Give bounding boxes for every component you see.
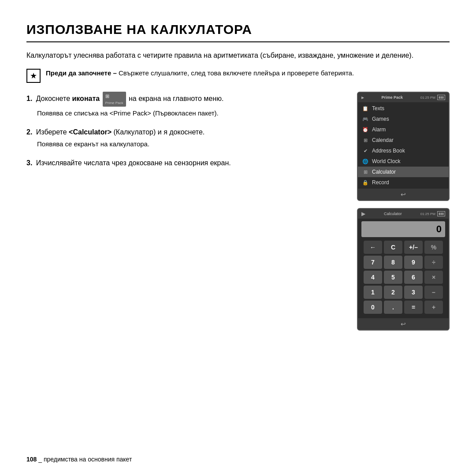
calendar-icon: ⊞ [362,138,368,143]
calc-buttons: ← C +/– % 7 8 9 ÷ 4 5 [358,240,449,318]
btn-clear[interactable]: C [384,241,402,254]
record-label: Record [372,179,389,186]
btn-1[interactable]: 1 [364,286,382,299]
address-book-label: Address Book [372,148,405,154]
btn-5[interactable]: 5 [384,271,402,284]
footer: 108 _ предимства на основния пакет [26,456,132,463]
btn-equals[interactable]: = [404,301,423,314]
screen1-time: 01:25 PM [420,96,435,100]
step-2-sub: Появява се екранът на калкулатора. [37,139,344,149]
step-1-bold: иконата [72,95,100,102]
device-screen-2: ▶ Calculator 01:25 PM ▮▮▮ 0 ← C [357,208,450,331]
back-button-2[interactable]: ↩ [401,320,406,327]
btn-divide[interactable]: ÷ [424,256,443,269]
calculator-label: Calculator [372,169,396,175]
btn-9[interactable]: 9 [404,256,423,269]
texts-label: Texts [372,105,384,112]
calc-display: 0 [361,221,445,237]
btn-8[interactable]: 8 [384,256,402,269]
step-1: 1. Докоснете иконата ⊞ Prime Pack на екр… [26,92,344,119]
back-button-1[interactable]: ↩ [401,191,406,198]
device-screen-1: ▶ Prime Pack 01:25 PM ▮▮▮ 📋 Texts 🎮 Game… [357,92,450,201]
calc-row-4: 1 2 3 – [361,286,446,299]
list-item-calculator[interactable]: ⊞ Calculator [358,167,449,177]
step-2: 2. Изберете <Calculator> (Калкулатор) и … [26,126,344,149]
world-clock-label: World Clock [372,158,400,164]
intro-paragraph: Калкулаторът улеснява работата с четирит… [26,50,450,61]
btn-7[interactable]: 7 [364,256,382,269]
btn-0[interactable]: 0 [364,301,382,314]
device-header-1: ▶ Prime Pack 01:25 PM ▮▮▮ [358,93,449,102]
btn-3[interactable]: 3 [404,286,423,299]
step-2-bold: <Calculator> [69,128,112,136]
step-1-line: 1. Докоснете иконата ⊞ Prime Pack на екр… [26,92,344,107]
calc-row-3: 4 5 6 × [361,271,446,284]
texts-icon: 📋 [362,106,368,112]
games-label: Games [372,116,389,122]
note-bold: Преди да започнете – [46,69,117,77]
step-3: 3. Изчислявайте числата чрез докосване н… [26,157,344,169]
btn-minus[interactable]: – [424,286,443,299]
btn-plusminus[interactable]: +/– [404,241,423,254]
list-item-address-book[interactable]: ✔ Address Book [358,145,449,156]
battery-icon-1: ▮▮▮ [437,95,445,100]
device-footer-1: ↩ [358,189,449,200]
calc-title: Calculator [384,212,402,216]
alarm-label: Alarm [372,126,386,133]
step-1-sub: Появява се списъка на <Prime Pack> (Първ… [37,108,344,119]
calc-battery: ▮▮▮ [437,211,445,216]
step-1-number: 1. [26,95,32,102]
step-2-number: 2. [26,128,32,136]
btn-plus[interactable]: + [424,301,443,314]
btn-4[interactable]: 4 [364,271,382,284]
note-rest: Свържете слушалките, след това включете … [117,69,354,77]
footer-page-num: 108 [26,456,37,463]
btn-backspace[interactable]: ← [364,241,382,254]
footer-page-text: _ предимства на основния пакет [38,456,132,463]
address-book-icon: ✔ [362,148,368,154]
calc-row-5: 0 . = + [361,301,446,314]
record-icon: 🔒 [362,180,368,186]
calc-row-1: ← C +/– % [361,241,446,254]
header-right-1: 01:25 PM ▮▮▮ [420,95,445,100]
screen1-title: Prime Pack [382,95,403,100]
page-title: ИЗПОЛЗВАНЕ НА КАЛКУЛАТОРА [26,22,450,42]
list-item-alarm[interactable]: ⏰ Alarm [358,124,449,135]
btn-percent[interactable]: % [424,241,443,254]
calculator-icon: ⊞ [362,169,368,175]
step-3-number: 3. [26,159,32,167]
btn-2[interactable]: 2 [384,286,402,299]
note-box: ★ Преди да започнете – Свържете слушалки… [26,68,450,83]
calc-header-right: 01:25 PM ▮▮▮ [420,211,445,216]
list-item-world-clock[interactable]: 🌐 World Clock [358,156,449,167]
step-2-line: 2. Изберете <Calculator> (Калкулатор) и … [26,126,344,138]
list-item-record[interactable]: 🔒 Record [358,177,449,188]
device-list-1: 📋 Texts 🎮 Games ⏰ Alarm ⊞ Calendar [358,102,449,189]
note-text: Преди да започнете – Свържете слушалките… [46,68,354,78]
step-3-line: 3. Изчислявайте числата чрез докосване н… [26,157,344,169]
btn-multiply[interactable]: × [424,271,443,284]
prime-pack-inline-icon: ⊞ Prime Pack [103,92,126,107]
list-item-texts[interactable]: 📋 Texts [358,103,449,114]
btn-6[interactable]: 6 [404,271,423,284]
calendar-label: Calendar [372,137,394,143]
btn-dot[interactable]: . [384,301,402,314]
calc-header-icon: ▶ [361,211,365,217]
steps-left: 1. Докоснете иконата ⊞ Prime Pack на екр… [26,92,344,331]
alarm-icon: ⏰ [362,127,368,133]
calc-row-2: 7 8 9 ÷ [361,256,446,269]
calc-time: 01:25 PM [420,212,435,216]
calc-header: ▶ Calculator 01:25 PM ▮▮▮ [358,209,449,219]
games-icon: 🎮 [362,116,368,122]
steps-area: 1. Докоснете иконата ⊞ Prime Pack на екр… [26,92,450,331]
list-item-calendar[interactable]: ⊞ Calendar [358,135,449,145]
page: ИЗПОЛЗВАНЕ НА КАЛКУЛАТОРА Калкулаторът у… [0,0,476,476]
star-icon: ★ [26,69,41,83]
list-item-games[interactable]: 🎮 Games [358,114,449,124]
play-icon: ▶ [361,96,364,100]
calc-footer: ↩ [358,318,449,330]
calc-display-value: 0 [436,223,442,235]
world-clock-icon: 🌐 [362,159,368,164]
calc-header-left: ▶ [361,211,365,217]
screenshots-area: ▶ Prime Pack 01:25 PM ▮▮▮ 📋 Texts 🎮 Game… [357,92,450,331]
